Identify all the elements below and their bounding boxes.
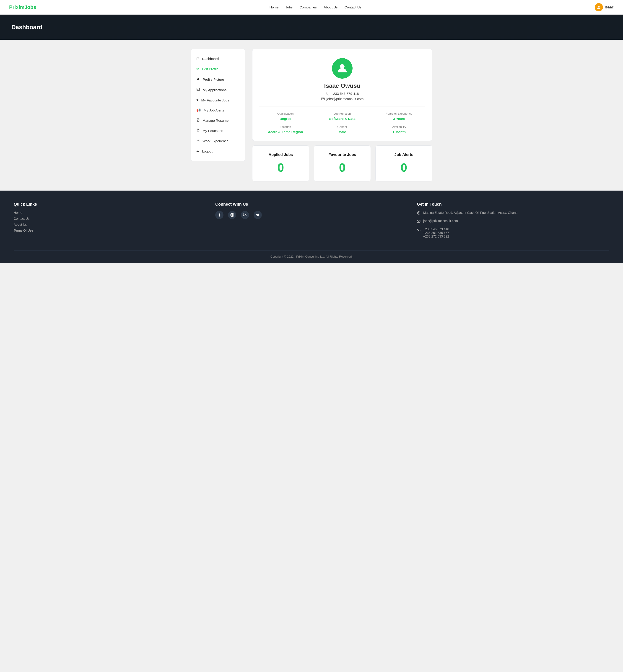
svg-point-1 bbox=[198, 78, 199, 79]
location-icon bbox=[417, 211, 420, 216]
stat-applied-jobs: Applied Jobs 0 bbox=[252, 146, 309, 181]
profile-section: Isaac Owusu +233 546 879 418 jobs@prixim… bbox=[252, 49, 433, 181]
sidebar-item-dashboard[interactable]: ⊞ Dashboard bbox=[191, 54, 245, 64]
address-item: Madina Estate Road, Adjacent Cash Oil Fu… bbox=[417, 211, 609, 216]
address-text: Madina Estate Road, Adjacent Cash Oil Fu… bbox=[423, 211, 518, 214]
sidebar-label-dashboard: Dashboard bbox=[202, 57, 219, 61]
quick-links-title: Quick Links bbox=[14, 202, 206, 207]
sidebar-item-job-alerts[interactable]: 📢 My Job Alerts bbox=[191, 105, 245, 115]
nav-about[interactable]: About Us bbox=[324, 5, 338, 9]
brand-name: Prixim bbox=[9, 4, 24, 10]
profile-card: Isaac Owusu +233 546 879 418 jobs@prixim… bbox=[252, 49, 433, 141]
sidebar-item-edit-profile[interactable]: ✏ Edit Profile bbox=[191, 64, 245, 74]
footer-phones-text: +233 546 879 418 +233 261 835 667 +233 2… bbox=[423, 227, 449, 238]
stats-grid: Applied Jobs 0 Favourite Jobs 0 Job Aler… bbox=[252, 146, 433, 181]
sidebar-item-my-applications[interactable]: My Applications bbox=[191, 85, 245, 95]
profile-picture-icon bbox=[196, 77, 200, 82]
applications-icon bbox=[196, 88, 200, 92]
profile-job-function: Job Function Software & Data bbox=[316, 112, 368, 121]
work-icon bbox=[196, 139, 200, 143]
sidebar-item-profile-picture[interactable]: Profile Picture bbox=[191, 74, 245, 85]
footer-email-text: jobs@priximconsult.com bbox=[423, 219, 458, 223]
instagram-icon[interactable] bbox=[228, 211, 236, 219]
sidebar-item-work-experience[interactable]: Work Experience bbox=[191, 136, 245, 146]
page-title: Dashboard bbox=[11, 24, 42, 31]
sidebar: ⊞ Dashboard ✏ Edit Profile Profile Pictu… bbox=[190, 49, 245, 161]
sidebar-item-manage-resume[interactable]: Manage Resume bbox=[191, 115, 245, 126]
sidebar-item-my-education[interactable]: My Education bbox=[191, 126, 245, 136]
svg-point-0 bbox=[598, 6, 600, 7]
main-content: ⊞ Dashboard ✏ Edit Profile Profile Pictu… bbox=[186, 49, 437, 181]
navbar: PriximJobs Home Jobs Companies About Us … bbox=[0, 0, 623, 14]
sidebar-item-favourite-jobs[interactable]: ♥ My Favourite Jobs bbox=[191, 95, 245, 105]
profile-qualification: Qualification Degree bbox=[259, 112, 312, 121]
email-value: jobs@priximconsult.com bbox=[327, 97, 364, 101]
stat-favourite-jobs: Favourite Jobs 0 bbox=[314, 146, 371, 181]
profile-contact: +233 546 879 418 jobs@priximconsult.com bbox=[259, 92, 425, 101]
footer-get-in-touch: Get In Touch Madina Estate Road, Adjacen… bbox=[417, 202, 609, 241]
footer-quick-links: Quick Links Home Contact Us About Us Ter… bbox=[14, 202, 206, 241]
footer-grid: Quick Links Home Contact Us About Us Ter… bbox=[14, 202, 609, 241]
favourite-icon: ♥ bbox=[196, 98, 199, 102]
footer-phone-item: +233 546 879 418 +233 261 835 667 +233 2… bbox=[417, 227, 609, 238]
profile-meta-grid: Qualification Degree Job Function Softwa… bbox=[259, 106, 425, 134]
sidebar-label-favourite-jobs: My Favourite Jobs bbox=[201, 98, 229, 102]
svg-point-9 bbox=[232, 214, 233, 215]
connect-title: Connect With Us bbox=[215, 202, 408, 207]
sidebar-label-work-experience: Work Experience bbox=[203, 139, 229, 143]
profile-email: jobs@priximconsult.com bbox=[321, 97, 364, 101]
sidebar-label-manage-resume: Manage Resume bbox=[203, 119, 229, 122]
sidebar-label-my-applications: My Applications bbox=[203, 88, 227, 92]
user-avatar-icon bbox=[595, 3, 603, 11]
alerts-icon: 📢 bbox=[196, 108, 201, 112]
nav-home[interactable]: Home bbox=[270, 5, 279, 9]
footer-email-item: jobs@priximconsult.com bbox=[417, 219, 609, 224]
user-menu[interactable]: Isaac bbox=[595, 3, 614, 11]
phone-value: +233 546 879 418 bbox=[331, 92, 359, 95]
resume-icon bbox=[196, 118, 200, 123]
svg-point-12 bbox=[418, 212, 419, 213]
logout-icon: ⬅ bbox=[196, 149, 199, 153]
profile-gender: Gender Male bbox=[316, 125, 368, 134]
dashboard-icon: ⊞ bbox=[196, 57, 199, 61]
twitter-icon[interactable] bbox=[254, 211, 262, 219]
sidebar-label-logout: Logout bbox=[202, 149, 212, 153]
sidebar-item-logout[interactable]: ⬅ Logout bbox=[191, 146, 245, 156]
nav-jobs[interactable]: Jobs bbox=[286, 5, 293, 9]
footer-link-contact[interactable]: Contact Us bbox=[14, 217, 206, 220]
sidebar-label-job-alerts: My Job Alerts bbox=[204, 108, 224, 112]
sidebar-label-my-education: My Education bbox=[203, 129, 223, 133]
stat-job-alerts: Job Alerts 0 bbox=[375, 146, 433, 181]
edit-icon: ✏ bbox=[196, 67, 199, 71]
social-icons bbox=[215, 211, 408, 219]
footer-link-about[interactable]: About Us bbox=[14, 223, 206, 226]
mail-icon bbox=[417, 219, 420, 224]
facebook-icon[interactable] bbox=[215, 211, 224, 219]
profile-phone: +233 546 879 418 bbox=[326, 92, 359, 95]
profile-avatar bbox=[332, 58, 353, 79]
profile-availability: Availability 1 Month bbox=[373, 125, 425, 134]
footer-copyright: Copyright © 2022 - Prixim Consulting Ltd… bbox=[14, 250, 609, 258]
brand-logo[interactable]: PriximJobs bbox=[9, 4, 36, 10]
get-in-touch-title: Get In Touch bbox=[417, 202, 609, 207]
footer-link-home[interactable]: Home bbox=[14, 211, 206, 214]
footer: Quick Links Home Contact Us About Us Ter… bbox=[0, 190, 623, 263]
svg-point-11 bbox=[243, 213, 244, 214]
nav-contact[interactable]: Contact Us bbox=[345, 5, 361, 9]
profile-name: Isaac Owusu bbox=[259, 82, 425, 89]
nav-companies[interactable]: Companies bbox=[299, 5, 317, 9]
nav-links: Home Jobs Companies About Us Contact Us bbox=[270, 5, 361, 9]
footer-link-terms[interactable]: Terms Of Use bbox=[14, 228, 206, 232]
hero-banner: Dashboard bbox=[0, 14, 623, 40]
sidebar-label-edit-profile: Edit Profile bbox=[202, 67, 219, 71]
svg-rect-8 bbox=[231, 213, 234, 216]
linkedin-icon[interactable] bbox=[241, 211, 249, 219]
sidebar-label-profile-picture: Profile Picture bbox=[203, 78, 224, 81]
svg-point-6 bbox=[340, 64, 345, 69]
education-icon bbox=[196, 128, 200, 133]
footer-connect: Connect With Us bbox=[215, 202, 408, 241]
phone-icon bbox=[417, 228, 420, 232]
profile-experience: Years of Experience 3 Years bbox=[373, 112, 425, 121]
user-name: Isaac bbox=[605, 5, 614, 9]
profile-location: Location Accra & Tema Region bbox=[259, 125, 312, 134]
